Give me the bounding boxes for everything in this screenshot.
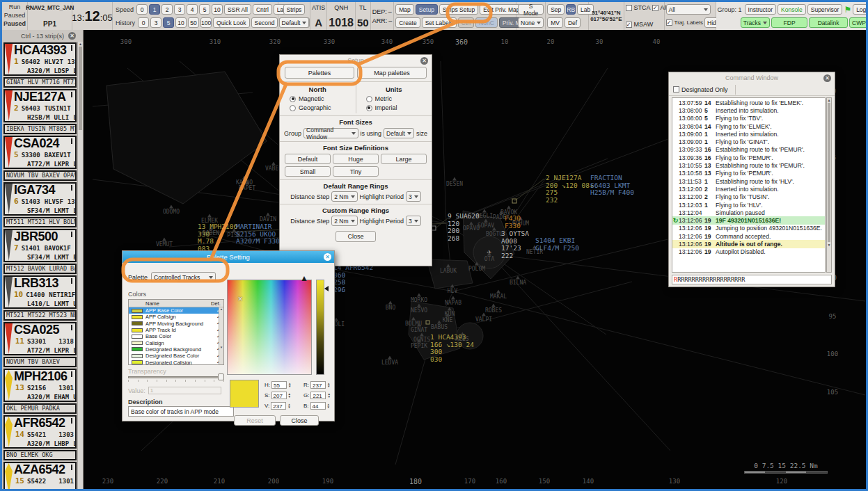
north-magnetic-radio[interactable]: Magnetic xyxy=(290,95,356,102)
setup-button[interactable]: Setup xyxy=(416,4,438,15)
color-table-row[interactable]: Base Color✓ xyxy=(129,333,223,339)
green-spinner[interactable]: G:221▲▼ xyxy=(303,392,331,399)
units-imperial-radio[interactable]: Imperial xyxy=(366,104,432,111)
flight-strip[interactable]: MPH210613S21561301A320/MEHAMUKOOOKL PEMU… xyxy=(3,369,77,414)
speed-button-4[interactable]: 4 xyxy=(187,4,198,15)
scrollbar-thumb[interactable] xyxy=(828,103,830,242)
log-entry[interactable]: 13:12:0619Jumping to position 493201N015… xyxy=(672,225,825,232)
spinner-arrows-icon[interactable]: ▲▼ xyxy=(288,393,291,399)
create-button[interactable]: Create xyxy=(395,17,420,28)
map-palettes-button[interactable]: Map palettes xyxy=(357,67,427,79)
konsole-button[interactable]: Konsole xyxy=(778,4,806,15)
log-entry[interactable]: 13:08:005Inserted into simulation. xyxy=(672,106,825,114)
flight-strip[interactable]: IGA7346S1403HLV5F1322SF34/MLKMTLIPEMT511… xyxy=(3,182,77,227)
flight-strip[interactable]: AZA654215S54221301 xyxy=(3,462,77,489)
def-button[interactable]: Def xyxy=(565,17,581,28)
speed-button-2[interactable]: 2 xyxy=(161,4,173,15)
strip-route[interactable]: MT521 MT522 MT523 NETI… xyxy=(3,310,77,321)
ctrl-button[interactable]: Ctrl xyxy=(458,17,474,28)
logout-button[interactable]: Logout xyxy=(853,4,868,15)
close-icon[interactable]: ✕ xyxy=(324,253,331,261)
log-entry[interactable]: 13:08:0414Flying to fix 'ELMEK'. xyxy=(672,122,825,130)
flight-strip[interactable]: LRB31310C1400NETIR1F1332L410/LLKMTUKBBMT… xyxy=(3,275,77,321)
color-table-row[interactable]: Designated Callsign✓ xyxy=(129,359,223,365)
log-entry[interactable]: 13:09:001Flying to fix 'GINAT'. xyxy=(672,138,825,145)
command-window-titlebar[interactable]: Command Window ✕ xyxy=(669,72,835,83)
strip-route[interactable]: IBEKA TUSIN MT805 MT80… xyxy=(3,124,77,134)
units-metric-radio[interactable]: Metric xyxy=(366,95,432,102)
strip-card[interactable]: CSA0245S3300BAXEV1T1308AT72/MLKPRLKMT xyxy=(3,136,77,169)
track-label-13-mph2106[interactable]: 13 MPH2106 330 M.78 083 xyxy=(198,223,237,252)
speed-button-1[interactable]: 1 xyxy=(149,4,160,15)
track-label-14-afr6542[interactable]: 14 AFR6542 360 258 296 xyxy=(333,264,373,293)
mv-button[interactable]: MV xyxy=(547,17,563,28)
history-button-3[interactable]: 3 xyxy=(150,17,161,28)
traj-labels-checkbox[interactable]: ✓Traj. Labels xyxy=(666,19,704,26)
track-label-s1404-ekbi[interactable]: S1404 EKBI GLF4/M F250 xyxy=(535,237,579,252)
strip-route[interactable]: NOVUM TBV BAXEV xyxy=(3,357,77,367)
color-table-row[interactable]: Callsign✓ xyxy=(129,339,223,346)
strip-route[interactable]: MT511 MT521 HLV BOLMU … xyxy=(3,217,77,227)
flight-strip[interactable]: CSA0245S3300BAXEV1T1308AT72/MLKPRLKMTNOV… xyxy=(3,136,77,181)
pause-button[interactable]: Paused xyxy=(4,12,26,19)
cntrl-button[interactable]: Cntrl xyxy=(253,4,272,15)
font-group-dropdown[interactable]: Command Window xyxy=(303,128,358,138)
log-entry[interactable]: 13:08:005Flying to fix 'TBV'. xyxy=(672,115,825,122)
color-table-row[interactable]: APP Callsign✓ xyxy=(129,314,223,320)
command-input[interactable]: RRRRRRRRRRRRRRRRRRRR xyxy=(672,275,832,284)
history-button-5[interactable]: 5 xyxy=(163,17,174,28)
color-table-row[interactable]: Designated Base Color✓ xyxy=(129,353,223,359)
default-period-dropdown[interactable]: 3 xyxy=(406,191,421,202)
custom-distance-dropdown[interactable]: 2 Nm xyxy=(331,216,357,226)
hue-spinner[interactable]: H:55▲▼ xyxy=(265,381,291,389)
speed-button-5[interactable]: 5 xyxy=(199,4,210,15)
spinner-arrows-icon[interactable]: ▲▼ xyxy=(327,383,330,388)
log-entry[interactable]: 13:12:002Flying to fix 'TUSIN'. xyxy=(672,193,825,201)
second-button[interactable]: Second xyxy=(251,17,278,28)
spinner-arrows-icon[interactable]: ▲▼ xyxy=(327,393,330,399)
close-icon[interactable]: ✕ xyxy=(420,57,428,65)
red-spinner[interactable]: R:237▲▼ xyxy=(303,381,331,389)
nonc-button[interactable]: NonC xyxy=(475,17,498,28)
spinner-arrows-icon[interactable]: ▲▼ xyxy=(287,403,290,409)
map-button[interactable]: Map xyxy=(395,4,414,15)
strip-handle-icon[interactable] xyxy=(71,185,72,191)
command-log[interactable]: 13:07:5914Establishing route to fix 'ELM… xyxy=(672,97,826,273)
strip-card[interactable]: NJE127A2S6403TUSIN1T1312H25B/MULLILKMT xyxy=(3,89,77,122)
strip-card[interactable]: LRB31310C1400NETIR1F1332L410/LLKMTUKBB xyxy=(3,275,77,309)
spinner-arrows-icon[interactable]: ▲▼ xyxy=(288,383,291,388)
strip-handle-icon[interactable] xyxy=(71,418,72,424)
track-label-f430[interactable]: F430 F330 xyxy=(505,215,521,230)
color-table-row[interactable]: APP Moving Background✓ xyxy=(129,321,223,327)
palette-close-button[interactable]: Close xyxy=(280,415,319,426)
slider-track[interactable] xyxy=(128,376,224,378)
strip-handle-icon[interactable] xyxy=(71,138,72,144)
track-label-1-hca4393[interactable]: 1 HCA4393 166 ↘130 24 300 030 xyxy=(430,334,474,363)
history-button-10[interactable]: 10 xyxy=(175,17,187,28)
value-spinner[interactable]: V:237▲▼ xyxy=(265,402,291,410)
spinner-arrows-icon[interactable]: ▲▼ xyxy=(327,403,330,409)
log-entry[interactable]: 13:12:031Flying to fix 'HLV'. xyxy=(672,201,825,209)
instructor-button[interactable]: Instructor xyxy=(745,4,776,15)
track-label-3-oytsa[interactable]: 3 OYTSA A008 17'23 222 xyxy=(501,230,529,259)
strip-handle-icon[interactable] xyxy=(71,371,72,377)
strip-card[interactable]: AZA654215S54221301 xyxy=(3,462,77,489)
log-entry[interactable]: 13:12:0619Autopilot Disabled. xyxy=(672,248,825,256)
color-table-row[interactable]: Designated Background✓ xyxy=(129,346,223,353)
font-size-dropdown[interactable]: Default xyxy=(384,128,414,138)
flight-strip[interactable]: JBR5007S1401BAVOK1F1328SF34/MLKMTEPWAMT5… xyxy=(3,229,77,274)
flight-strip[interactable]: AFR654214S54211303A320/MLHBPLFPGBNO ELME… xyxy=(3,415,77,460)
all-filter-dropdown[interactable]: All xyxy=(666,4,711,15)
log-entry[interactable]: 13:09:3616Flying to fix 'PEMUR'. xyxy=(672,154,825,161)
track-label-martinair[interactable]: MARTINAIR S2156 UKOO A320/M F330 xyxy=(236,223,280,246)
strip-handle-icon[interactable] xyxy=(71,465,72,470)
strip-handle-icon[interactable] xyxy=(71,325,72,330)
history-button-0[interactable]: 0 xyxy=(138,17,149,28)
close-icon[interactable]: ✕ xyxy=(68,32,76,40)
flight-strip[interactable]: NJE127A2S6403TUSIN1T1312H25B/MULLILKMTIB… xyxy=(3,89,77,134)
saturation-spinner[interactable]: S:207▲▼ xyxy=(265,392,291,399)
strip-card[interactable]: MPH210613S21561301A320/MEHAMUKOO xyxy=(3,369,77,402)
log-entry[interactable]: 13:12:002Inserted into simulation. xyxy=(672,185,825,193)
strip-bay-scrollbar[interactable]: ▲ xyxy=(77,42,83,489)
setup-close-button[interactable]: Close xyxy=(336,231,376,242)
